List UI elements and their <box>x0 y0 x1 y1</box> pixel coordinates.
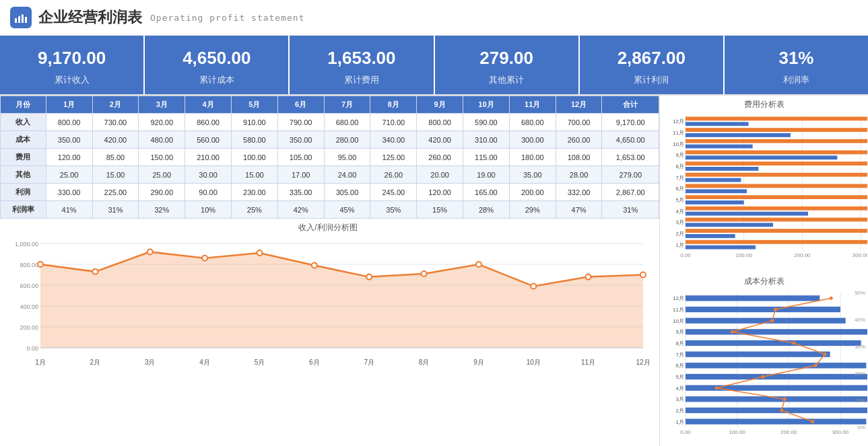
table-cell: 24.00 <box>324 166 370 184</box>
svg-text:7月: 7月 <box>364 359 374 366</box>
row-label: 利润 <box>1 184 46 201</box>
table-header-cell: 4月 <box>185 96 232 114</box>
table-header-cell: 1月 <box>46 96 92 114</box>
svg-rect-61 <box>686 161 867 165</box>
summary-label: 累计成本 <box>152 74 281 86</box>
svg-rect-109 <box>686 385 867 391</box>
svg-text:5月: 5月 <box>676 374 684 380</box>
svg-point-17 <box>92 269 98 274</box>
summary-value: 31% <box>731 48 861 69</box>
summary-card: 1,653.00累计费用 <box>290 36 434 94</box>
table-cell: 115.00 <box>463 149 510 166</box>
summary-cards: 9,170.00累计收入4,650.00累计成本1,653.00累计费用279.… <box>0 36 868 96</box>
summary-label: 累计收入 <box>7 74 137 86</box>
svg-text:8月: 8月 <box>676 340 684 346</box>
svg-point-124 <box>774 308 777 311</box>
svg-point-127 <box>793 342 796 345</box>
table-cell: 25.00 <box>139 166 185 184</box>
table-cell: 680.00 <box>509 114 556 131</box>
table-cell: 590.00 <box>463 114 510 131</box>
table-row: 费用120.0085.00150.00210.00100.00105.0095.… <box>1 149 659 166</box>
svg-rect-95 <box>686 307 840 312</box>
table-cell: 105.00 <box>277 149 324 166</box>
table-cell: 30.00 <box>185 166 232 184</box>
svg-point-125 <box>770 319 774 322</box>
table-cell: 210.00 <box>185 149 232 166</box>
svg-text:4月: 4月 <box>676 385 684 392</box>
table-cell: 28% <box>463 201 510 219</box>
svg-text:3月: 3月 <box>145 359 156 366</box>
table-cell: 85.00 <box>92 149 139 166</box>
svg-rect-70 <box>686 195 867 199</box>
svg-text:0.00: 0.00 <box>680 429 691 435</box>
table-cell: 9,170.00 <box>602 114 659 131</box>
svg-text:9月: 9月 <box>676 152 684 158</box>
table-cell: 150.00 <box>139 149 185 166</box>
table-cell: 10% <box>185 201 232 219</box>
table-cell: 680.00 <box>324 114 370 131</box>
table-header-cell: 6月 <box>277 96 324 114</box>
table-cell: 28.00 <box>556 166 602 184</box>
svg-text:7月: 7月 <box>676 175 684 181</box>
row-label: 成本 <box>1 131 46 149</box>
table-cell: 310.00 <box>463 131 510 149</box>
svg-text:3月: 3月 <box>676 396 684 402</box>
svg-text:6月: 6月 <box>676 186 684 192</box>
svg-text:12月: 12月 <box>673 295 684 301</box>
svg-text:11月: 11月 <box>581 359 595 366</box>
data-table: 月份1月2月3月4月5月6月7月8月9月10月11月12月合计收入800.007… <box>0 96 659 219</box>
svg-text:10月: 10月 <box>527 359 541 366</box>
table-header-cell: 2月 <box>92 96 139 114</box>
svg-text:0.00: 0.00 <box>26 345 38 352</box>
summary-value: 1,653.00 <box>296 48 426 69</box>
svg-text:10月: 10月 <box>673 318 684 324</box>
svg-point-133 <box>780 409 783 412</box>
svg-text:11月: 11月 <box>673 307 684 313</box>
svg-point-16 <box>38 262 43 267</box>
table-cell: 29% <box>509 201 556 219</box>
table-cell: 350.00 <box>46 131 92 149</box>
summary-card: 279.00其他累计 <box>435 36 580 94</box>
svg-text:1月: 1月 <box>676 419 684 425</box>
svg-text:7月: 7月 <box>676 352 684 358</box>
header-icon <box>10 7 32 28</box>
svg-text:100.00: 100.00 <box>729 429 745 435</box>
page-header: 企业经营利润表 Operating profit statement <box>0 0 868 36</box>
table-cell: 700.00 <box>556 114 602 131</box>
svg-rect-3 <box>25 17 27 23</box>
svg-rect-101 <box>686 340 861 346</box>
table-cell: 800.00 <box>46 114 92 131</box>
summary-label: 累计费用 <box>296 74 426 86</box>
table-cell: 920.00 <box>139 114 185 131</box>
svg-text:5月: 5月 <box>255 359 265 366</box>
line-chart-section: 收入/利润分析图 0.00200.00400.00600.00800.001,0… <box>0 219 659 373</box>
svg-text:800.00: 800.00 <box>20 262 38 268</box>
svg-text:50%: 50% <box>855 290 865 296</box>
cost-chart-title: 成本分析表 <box>665 276 863 287</box>
svg-point-26 <box>586 274 591 280</box>
table-cell: 15% <box>417 201 463 219</box>
svg-point-24 <box>476 262 481 267</box>
summary-card: 9,170.00累计收入 <box>0 36 145 94</box>
table-cell: 4,650.00 <box>602 131 659 149</box>
table-cell: 41% <box>46 201 92 219</box>
svg-rect-68 <box>686 189 747 193</box>
svg-rect-77 <box>686 223 773 227</box>
svg-rect-55 <box>686 139 867 143</box>
svg-rect-0 <box>15 18 17 23</box>
table-cell: 42% <box>277 201 324 219</box>
table-cell: 125.00 <box>370 149 417 166</box>
svg-text:200.00: 200.00 <box>20 324 38 331</box>
table-cell: 305.00 <box>324 184 370 201</box>
table-cell: 1,653.00 <box>602 149 659 166</box>
svg-text:400.00: 400.00 <box>20 303 38 310</box>
table-cell: 19.00 <box>463 166 510 184</box>
table-cell: 2,867.00 <box>602 184 659 201</box>
table-cell: 17.00 <box>277 166 324 184</box>
table-cell: 20.00 <box>417 166 463 184</box>
table-cell: 15.00 <box>231 166 277 184</box>
svg-point-126 <box>731 330 734 334</box>
svg-point-123 <box>830 297 833 300</box>
svg-rect-83 <box>686 246 756 250</box>
svg-text:9月: 9月 <box>676 329 684 335</box>
